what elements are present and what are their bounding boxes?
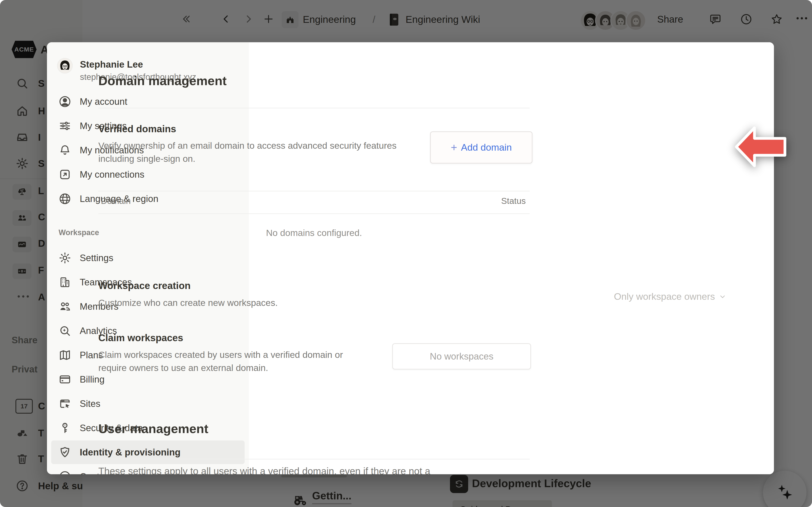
table-header-status: Status [501,196,526,206]
workspace-creation-description: Customize who can create new workspaces. [98,296,277,309]
verified-domains-title: Verified domains [98,123,176,134]
screenshot-stage: Engineering / Engineering Wiki Share ACM… [0,0,812,507]
sidebar-item-label: My account [80,96,127,107]
person-circle-icon [58,95,72,108]
claim-workspaces-description: Claim workspaces created by users with a… [98,348,352,374]
account-avatar [57,58,72,73]
workspace-creation-dropdown[interactable]: Only workspace owners [614,291,726,302]
sidebar-item-my-connections[interactable]: My connections [51,163,245,186]
sidebar-item-settings[interactable]: Settings [51,246,245,270]
settings-sidebar: Stephanie Lee stephanie@toolsforthought.… [47,42,249,474]
bell-icon [58,144,72,157]
gear-icon [58,251,72,265]
members-icon [58,300,72,313]
workspace-section-label: Workspace [59,228,99,237]
sidebar-item-identity-provisioning[interactable]: Identity & provisioning [51,441,245,464]
table-top-border [98,191,530,191]
key-icon [58,421,72,435]
table-bottom-border [98,213,530,214]
user-management-description: These settings apply to all users with a… [98,465,534,474]
add-domain-button[interactable]: + Add domain [430,131,532,164]
app-window: Engineering / Engineering Wiki Share ACM… [0,0,812,507]
building-icon [58,276,72,289]
section-divider [98,108,530,108]
section-divider [98,459,530,459]
no-workspaces-label: No workspaces [430,351,494,362]
sidebar-item-language-region[interactable]: Language & region [51,187,245,211]
settings-modal: Stephanie Lee stephanie@toolsforthought.… [47,42,774,474]
credit-card-icon [58,373,72,386]
chevron-down-icon [719,293,726,300]
table-header-domain: Domain [101,196,131,206]
claim-workspaces-title: Claim workspaces [98,332,183,343]
analytics-search-icon [58,324,72,338]
verified-domains-description: Verify ownership of an email domain to a… [98,139,428,165]
globe-icon [58,192,72,206]
question-circle-icon [58,470,72,474]
table-empty-state: No domains configured. [98,228,530,238]
sidebar-item-label: Identity & provisioning [80,447,181,458]
sidebar-item-my-account[interactable]: My account [51,90,245,113]
settings-content [249,42,774,474]
no-workspaces-button[interactable]: No workspaces [392,343,531,370]
page-title: Domain management [98,73,227,88]
shield-check-icon [58,446,72,459]
sliders-icon [58,119,72,133]
account-name: Stephanie Lee [80,59,143,70]
plus-icon: + [451,141,457,154]
dropdown-value: Only workspace owners [614,291,715,302]
sidebar-item-label: Sites [80,398,100,409]
map-icon [58,348,72,362]
arrow-up-right-box-icon [58,168,72,181]
browser-window-icon [58,397,72,410]
add-domain-label: Add domain [461,142,512,153]
sidebar-item-label: Billing [80,374,104,385]
annotation-arrow-icon [727,121,793,173]
sidebar-item-label: Settings [80,252,113,263]
workspace-creation-title: Workspace creation [98,280,191,291]
user-management-title: User management [98,421,208,436]
sidebar-item-sites[interactable]: Sites [51,392,245,415]
sidebar-item-label: My connections [80,169,144,180]
